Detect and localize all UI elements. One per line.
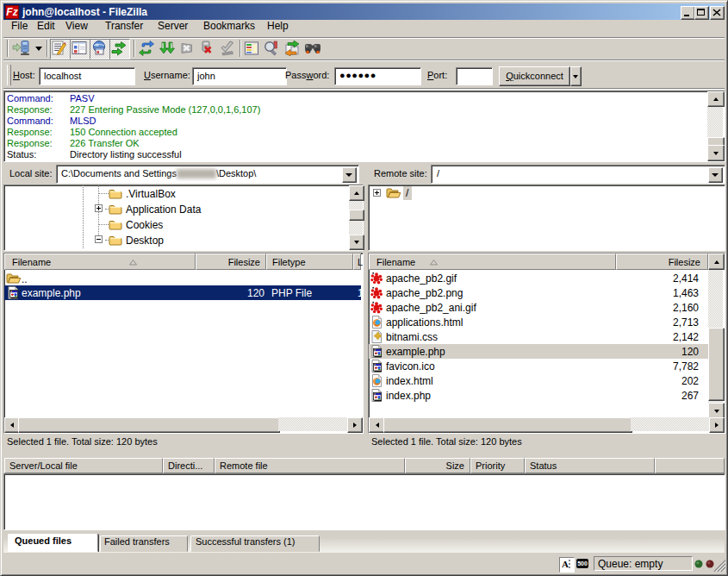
svg-text:A: A bbox=[562, 559, 569, 569]
